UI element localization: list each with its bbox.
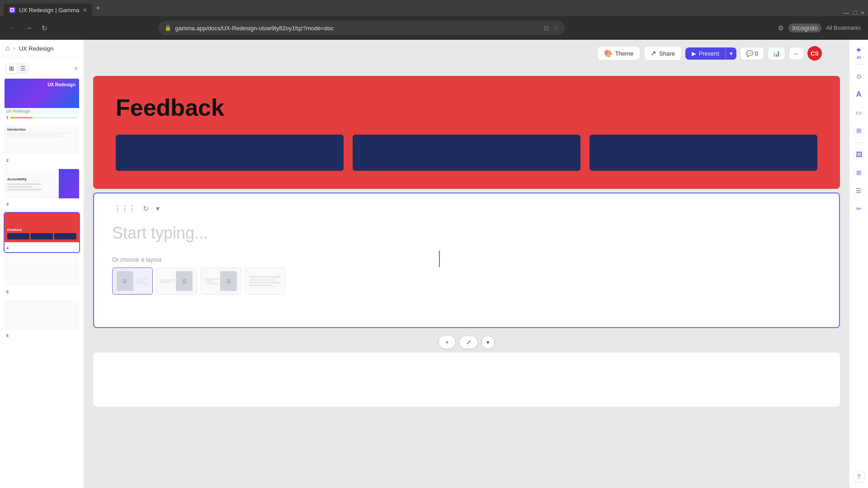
- close-window-button[interactable]: ×: [861, 9, 864, 16]
- slide-panel: ⊞ ☰ × UX Redesign UX Redesign 1: [0, 57, 84, 488]
- comment-icon: 💬: [746, 50, 753, 57]
- slide-item-2[interactable]: Introduction 2: [4, 124, 80, 165]
- editor-ai-button[interactable]: ↻: [141, 202, 151, 215]
- slide-panel-header: ⊞ ☰ ×: [4, 61, 80, 78]
- theme-button[interactable]: 🎨 Theme: [597, 46, 640, 61]
- user-avatar[interactable]: CS: [807, 46, 822, 61]
- extensions-icon[interactable]: ⚙: [778, 24, 784, 32]
- more-icon: ···: [794, 50, 799, 57]
- slide-3-line2: [7, 186, 32, 188]
- layout-1-inner: 🖼: [117, 271, 148, 291]
- card-style-button[interactable]: ▭: [852, 105, 866, 120]
- new-tab-button[interactable]: +: [92, 4, 104, 13]
- layout-option-3[interactable]: 🖼: [201, 267, 241, 295]
- bookmark-star-icon[interactable]: ☆: [553, 24, 559, 32]
- editor-placeholder[interactable]: Start typing...: [112, 224, 821, 243]
- slide-1-progress: [10, 117, 77, 118]
- add-slide-button[interactable]: +: [439, 335, 456, 349]
- layout-1-line3: [135, 283, 149, 284]
- slide-item-6[interactable]: 6: [4, 300, 80, 341]
- slide-1-label: UX Redesign: [6, 109, 30, 113]
- layout-2-line2: [161, 282, 170, 283]
- chart-icon: 📊: [773, 50, 780, 57]
- plus-icon: +: [445, 338, 449, 346]
- present-group: ▶ Present ▾: [685, 47, 736, 60]
- theme-icon: 🎨: [604, 49, 613, 57]
- editor-slide[interactable]: ⋮⋮⋮ ↻ ▾ Start typing... Or choose a layo…: [93, 192, 840, 328]
- layout-1-image: 🖼: [117, 271, 133, 291]
- generate-slide-button[interactable]: ⤢: [459, 336, 478, 349]
- add-dropdown-button[interactable]: ▾: [481, 336, 495, 349]
- slide-3-left: Accessibility: [5, 169, 59, 198]
- slide-3-image: [59, 169, 79, 198]
- present-dropdown-button[interactable]: ▾: [726, 47, 736, 60]
- ai-button[interactable]: ✦ AI: [852, 45, 866, 60]
- view-toggle: ⊞ ☰: [5, 63, 29, 74]
- theme-color-button[interactable]: ⊙: [852, 69, 866, 84]
- more-options-button[interactable]: ···: [789, 47, 804, 60]
- comment-count: 0: [755, 50, 758, 57]
- slide-5-number: 5: [6, 290, 9, 294]
- maximize-button[interactable]: □: [853, 9, 857, 16]
- grid-view-button[interactable]: ⊞: [6, 64, 17, 73]
- layout-button[interactable]: ⊞: [852, 123, 866, 138]
- layout-option-4[interactable]: [245, 267, 286, 295]
- share-button[interactable]: ↗ Share: [644, 46, 682, 61]
- slide-thumb-5: [5, 257, 79, 286]
- minimize-button[interactable]: —: [843, 9, 849, 16]
- url-bar[interactable]: 🔒 gamma.app/docs/UX-Redesign-utuw9ty82oy…: [158, 21, 565, 35]
- layout-1-line1: [135, 278, 149, 280]
- layout-2-inner: 🖼: [161, 271, 193, 291]
- share-label: Share: [659, 50, 675, 57]
- table-button[interactable]: ⊞: [852, 165, 866, 180]
- forward-button[interactable]: →: [24, 22, 34, 34]
- list-button[interactable]: ☰: [852, 183, 866, 198]
- incognito-badge: Incognito: [788, 23, 821, 33]
- slide-4-number: 4: [6, 246, 9, 250]
- slide-item-1[interactable]: UX Redesign UX Redesign 1: [4, 78, 80, 122]
- edit-icon: ✏: [856, 205, 862, 212]
- comment-button[interactable]: 💬 0: [740, 47, 764, 60]
- present-button[interactable]: ▶ Present: [685, 47, 726, 60]
- theme-label: Theme: [615, 50, 633, 57]
- refresh-button[interactable]: ↻: [40, 22, 49, 34]
- chevron-down-icon: ▾: [730, 50, 733, 57]
- back-button[interactable]: ←: [7, 22, 18, 34]
- slide-thumb-6: [5, 300, 79, 330]
- home-button[interactable]: ⌂: [5, 44, 10, 52]
- image-button[interactable]: 🖼: [852, 147, 866, 162]
- ai-label: AI: [857, 55, 861, 60]
- generate-icon: ⤢: [466, 339, 471, 346]
- slide-3-access-label: Accessibility: [7, 178, 56, 181]
- editor-more-button[interactable]: ▾: [154, 202, 161, 215]
- bookmarks-label: All Bookmarks: [826, 25, 861, 31]
- slide-item-4[interactable]: Feedback 4: [4, 212, 80, 253]
- list-view-button[interactable]: ☰: [18, 64, 28, 73]
- feedback-title: Feedback: [116, 94, 817, 121]
- editor-menu-button[interactable]: ⋮⋮⋮: [112, 202, 137, 215]
- tab-right-controls: — □ ×: [840, 9, 868, 16]
- layout-2-line1: [161, 279, 175, 281]
- present-label: Present: [699, 50, 719, 57]
- analytics-button[interactable]: 📊: [768, 47, 785, 60]
- breadcrumb-text: UX Redesign: [19, 45, 54, 52]
- avatar-initials: CS: [811, 50, 819, 57]
- sidebar-header: ⌂ › UX Redesign: [0, 40, 84, 57]
- typography-button[interactable]: A: [852, 87, 866, 102]
- slide-4-box2: [31, 233, 53, 239]
- active-tab[interactable]: UX Redesign | Gamma ×: [4, 4, 92, 16]
- table-icon: ⊞: [856, 169, 862, 176]
- theme-color-icon: ⊙: [856, 73, 862, 80]
- typography-icon: A: [856, 90, 862, 99]
- slide-item-3[interactable]: Accessibility 3: [4, 168, 80, 209]
- edit-button[interactable]: ✏: [852, 202, 866, 216]
- slide-item-5[interactable]: 5: [4, 256, 80, 297]
- layout-option-1[interactable]: 🖼: [112, 267, 153, 295]
- panel-close-button[interactable]: ×: [74, 65, 78, 73]
- tab-close-button[interactable]: ×: [83, 6, 86, 14]
- slide-2-line1: [7, 133, 70, 134]
- help-button[interactable]: ?: [853, 470, 865, 483]
- layout-4-line1: [250, 276, 281, 278]
- layout-icon: ⊞: [856, 127, 862, 134]
- layout-option-2[interactable]: 🖼: [156, 267, 197, 295]
